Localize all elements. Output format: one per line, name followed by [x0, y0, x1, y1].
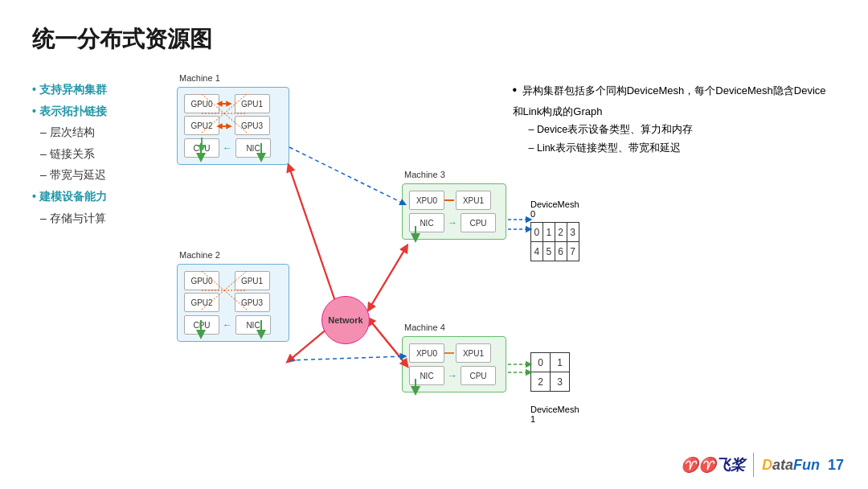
xpu0-m3: XPU0: [409, 191, 444, 210]
brand-paddlepaddle: ♈♈飞桨: [681, 455, 745, 475]
brand-datafun: DataFun: [762, 457, 820, 474]
right-sub-1: – Device表示设备类型、算力和内存: [513, 121, 837, 139]
content-area: 支持异构集群 表示拓扑链接 层次结构 链接关系 带宽与延迟 建模设备能力 存储与…: [32, 71, 836, 441]
sub-item: 带宽与延迟: [40, 164, 169, 186]
machine2-label: Machine 2: [179, 250, 220, 260]
gpu1-m1: GPU1: [235, 94, 270, 113]
right-bullet-main: • 异构集群包括多个同构DeviceMesh，每个DeviceMesh隐含Dev…: [513, 79, 837, 121]
page-number: 17: [828, 457, 844, 474]
diagram-area: Machine 1 GPU0 GPU1 GPU2 GPU3: [177, 71, 501, 441]
xpu1-m4: XPU1: [456, 343, 491, 363]
cpu-m2: CPU: [184, 315, 219, 335]
svg-line-18: [370, 248, 406, 308]
table-row: 0 1 2 3: [531, 223, 579, 242]
svg-line-20: [370, 320, 406, 364]
bullet-list: 支持异构集群 表示拓扑链接 层次结构 链接关系 带宽与延迟 建模设备能力 存储与…: [32, 79, 169, 228]
sub-item: 存储与计算: [40, 208, 169, 229]
cpu-m4: CPU: [461, 366, 496, 385]
device-mesh-0: DeviceMesh 0 0 1 2 3 4 5 6 7: [530, 199, 579, 274]
svg-line-14: [289, 167, 338, 308]
machine3-box: Machine 3 XPU0 XPU1 NIC → CPU: [402, 183, 506, 240]
nic-m2: NIC: [235, 315, 271, 335]
svg-line-19: [370, 248, 406, 308]
bullet-item-3: 建模设备能力 存储与计算: [32, 186, 169, 228]
branding: ♈♈飞桨 DataFun 17: [681, 453, 844, 477]
xpu0-m4: XPU0: [409, 343, 444, 363]
gpu1-m2: GPU1: [235, 271, 270, 290]
gpu2-m2: GPU2: [184, 293, 219, 312]
nic-m1: NIC: [235, 138, 271, 158]
gpu2-m1: GPU2: [184, 116, 219, 135]
left-panel: 支持异构集群 表示拓扑链接 层次结构 链接关系 带宽与延迟 建模设备能力 存储与…: [32, 71, 169, 441]
nic-m3: NIC: [409, 213, 444, 232]
machine4-box: Machine 4 XPU0 XPU1 NIC → CPU: [402, 336, 506, 392]
right-sub-2: – Link表示链接类型、带宽和延迟: [513, 139, 837, 158]
svg-line-23: [289, 356, 403, 360]
machine1-label: Machine 1: [179, 73, 220, 83]
sub-item: 层次结构: [40, 121, 169, 143]
table-row: 4 5 6 7: [531, 242, 579, 261]
device-mesh-1: 0 1 2 3 DeviceMesh 1: [530, 352, 579, 424]
gpu0-m1: GPU0: [184, 94, 219, 113]
machine1-box: Machine 1 GPU0 GPU1 GPU2 GPU3: [177, 87, 289, 165]
cpu-m3: CPU: [461, 213, 496, 232]
sub-item: 链接关系: [40, 143, 169, 165]
gpu0-m2: GPU0: [184, 271, 219, 290]
sub-list-2: 存储与计算: [32, 208, 169, 229]
machine2-box: Machine 2 GPU0 GPU1 GPU2 GPU3 CPU ← NIC: [177, 264, 289, 342]
page: 统一分布式资源图 支持异构集群 表示拓扑链接 层次结构 链接关系 带宽与延迟 建…: [0, 0, 868, 489]
gpu3-m1: GPU3: [235, 116, 270, 135]
xpu1-m3: XPU1: [456, 191, 491, 210]
mesh1-label: DeviceMesh 1: [530, 405, 579, 424]
page-title: 统一分布式资源图: [32, 24, 836, 55]
cpu-m1: CPU: [184, 138, 219, 158]
table-row: 0 1: [531, 353, 570, 372]
gpu3-m2: GPU3: [235, 293, 270, 312]
machine4-label: Machine 4: [404, 323, 445, 332]
svg-line-22: [289, 147, 403, 203]
mesh1-table: 0 1 2 3: [530, 352, 570, 392]
machine3-label: Machine 3: [404, 170, 445, 179]
sub-list-1: 层次结构 链接关系 带宽与延迟: [32, 121, 169, 186]
bullet-item-2: 表示拓扑链接 层次结构 链接关系 带宽与延迟: [32, 101, 169, 186]
bullet-item-1: 支持异构集群: [32, 79, 169, 101]
right-bullets: • 异构集群包括多个同构DeviceMesh，每个DeviceMesh隐含Dev…: [513, 79, 837, 157]
svg-line-21: [370, 320, 406, 364]
mesh0-table: 0 1 2 3 4 5 6 7: [530, 222, 579, 261]
table-row: 2 3: [531, 372, 570, 392]
nic-m4: NIC: [409, 366, 444, 385]
mesh0-label: DeviceMesh 0: [530, 199, 579, 219]
brand-separator: [753, 453, 754, 477]
svg-line-15: [289, 167, 338, 308]
network-node: Network: [321, 296, 370, 344]
